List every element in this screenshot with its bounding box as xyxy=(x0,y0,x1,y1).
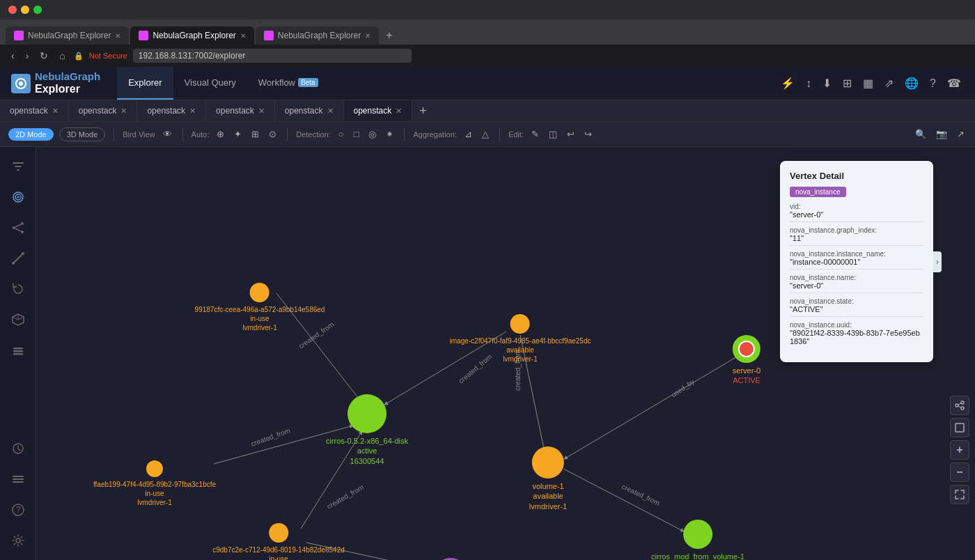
share-icon[interactable]: ⇗ xyxy=(882,74,896,93)
toolbar-separator-5 xyxy=(499,128,500,141)
auto-btn-2[interactable]: ✦ xyxy=(232,127,244,141)
node-green-right[interactable]: cirros_mod_from_volume-1active1073741824 xyxy=(651,520,744,560)
import-icon[interactable]: ↕ xyxy=(803,75,814,93)
new-tab-button[interactable]: + xyxy=(380,26,398,45)
node-orange-top[interactable]: 99187cfc-ceea-496a-a572-a9bb14e586edin-u… xyxy=(195,283,325,332)
undo-btn[interactable]: ↩ xyxy=(565,127,577,141)
rt-graph-btn[interactable] xyxy=(950,396,969,415)
screenshot-icon[interactable]: 📷 xyxy=(934,127,949,141)
traffic-lights xyxy=(8,6,42,14)
content-tab-3[interactable]: openstack ✕ xyxy=(137,100,206,121)
detail-row-vid: vid: "server-0" xyxy=(790,203,923,222)
content-tab-5[interactable]: openstack ✕ xyxy=(275,100,344,121)
logo-text: NebulaGraph Explorer xyxy=(35,71,100,95)
maximize-window-btn[interactable] xyxy=(33,6,42,14)
help-icon[interactable]: ? xyxy=(927,75,939,93)
phone-icon[interactable]: ☎ xyxy=(944,74,964,93)
search-icon[interactable]: 🔍 xyxy=(913,127,928,141)
sidebar-icon-layers[interactable] xyxy=(4,336,32,364)
node-orange-bottom[interactable]: c9db7c2e-c712-49d6-8019-14b82de8542din-u… xyxy=(212,523,345,560)
node-orange-mid-left[interactable]: ffaeb199-47f4-4d95-89b2-97fba3c1bcfein-u… xyxy=(93,460,216,507)
aggr-btn-2[interactable]: △ xyxy=(480,127,491,141)
mode-3d-button[interactable]: 3D Mode xyxy=(59,127,106,141)
sidebar-icon-line[interactable] xyxy=(4,244,32,272)
sidebar-icon-share[interactable] xyxy=(4,214,32,242)
sidebar-icon-history[interactable] xyxy=(4,435,32,462)
refresh-button[interactable]: ↻ xyxy=(37,49,51,63)
detect-btn-2[interactable]: □ xyxy=(352,127,361,141)
content-tab-label-1: openstack xyxy=(10,106,48,116)
edit-btn-1[interactable]: ✎ xyxy=(529,127,541,141)
rt-zoom-in-btn[interactable]: + xyxy=(950,440,969,460)
browser-tab-close-3[interactable]: ✕ xyxy=(365,32,370,40)
minimize-window-btn[interactable] xyxy=(21,6,29,14)
content-tab-close-3[interactable]: ✕ xyxy=(189,107,196,116)
sidebar-icon-cube[interactable] xyxy=(4,306,32,334)
node-orange-top-right[interactable]: image-c2f047f0-faf9-4985-ae4f-bbccf9ae25… xyxy=(450,314,591,364)
node-green-center[interactable]: cirros-0.5.2-x86_64-diskactive16300544 xyxy=(326,394,408,466)
node-label-orange-top-right: image-c2f047f0-faf9-4985-ae4f-bbccf9ae25… xyxy=(450,336,591,364)
sidebar-icon-list[interactable] xyxy=(4,465,32,493)
browser-tab-2[interactable]: NebulaGraph Explorer ✕ xyxy=(130,26,254,45)
globe-icon[interactable]: 🌐 xyxy=(902,74,921,93)
nav-tab-explorer[interactable]: Explorer xyxy=(117,67,173,100)
content-tab-close-4[interactable]: ✕ xyxy=(258,107,265,116)
edit-btn-2[interactable]: ◫ xyxy=(547,127,559,141)
detail-panel-badge[interactable]: nova_instance xyxy=(790,187,846,197)
address-input[interactable] xyxy=(133,49,412,63)
content-tab-close-5[interactable]: ✕ xyxy=(327,107,334,116)
auto-btn-4[interactable]: ⊙ xyxy=(267,127,279,141)
detail-val-state: "ACTIVE" xyxy=(790,305,923,313)
svg-point-46 xyxy=(956,404,958,407)
graph-area[interactable]: created_from created_from created_from c… xyxy=(36,147,975,560)
sidebar-icon-filter[interactable] xyxy=(4,153,32,180)
download-icon[interactable]: ⬇ xyxy=(820,74,834,93)
browser-tab-3[interactable]: NebulaGraph Explorer ✕ xyxy=(256,26,379,45)
node-orange-center-right[interactable]: volume-1availablelvmdriver-1 xyxy=(529,446,567,511)
nav-tab-visual-query[interactable]: Visual Query xyxy=(173,67,247,100)
rt-fit-btn[interactable] xyxy=(950,485,969,504)
rt-zoom-out-btn[interactable]: − xyxy=(950,462,969,482)
sidebar-icon-settings[interactable] xyxy=(4,527,32,554)
auto-btn-3[interactable]: ⊞ xyxy=(249,127,261,141)
grid-icon[interactable]: ⊞ xyxy=(840,74,855,93)
export-icon[interactable]: ↗ xyxy=(955,127,967,141)
content-tab-4[interactable]: openstack ✕ xyxy=(206,100,275,121)
logo-area: NebulaGraph Explorer xyxy=(11,71,100,95)
content-tab-close-2[interactable]: ✕ xyxy=(120,107,127,116)
browser-tab-close-2[interactable]: ✕ xyxy=(240,32,246,40)
close-window-btn[interactable] xyxy=(8,6,17,14)
toolbar-separator-1 xyxy=(114,128,114,141)
detail-panel-collapse[interactable]: › xyxy=(933,251,942,272)
detail-key-instance-name: nova_instance.instance_name: xyxy=(790,250,923,258)
aggr-btn-1[interactable]: ⊿ xyxy=(462,127,474,141)
rt-expand-btn[interactable] xyxy=(950,418,969,437)
content-tab-2[interactable]: openstack ✕ xyxy=(69,100,138,121)
table-icon[interactable]: ▦ xyxy=(860,74,876,93)
home-button[interactable]: ⌂ xyxy=(56,49,68,63)
schema-icon[interactable]: ⚡ xyxy=(778,74,797,93)
content-tab-6[interactable]: openstack ✕ xyxy=(344,100,413,121)
bird-view-toggle[interactable]: 👁 xyxy=(161,127,174,141)
sidebar-icon-target[interactable] xyxy=(4,183,32,211)
auto-btn-1[interactable]: ⊕ xyxy=(214,127,226,141)
detect-btn-1[interactable]: ○ xyxy=(336,127,346,141)
mode-2d-button[interactable]: 2D Mode xyxy=(8,128,54,141)
content-tab-close-6[interactable]: ✕ xyxy=(396,107,402,116)
sidebar-icon-help[interactable]: ? xyxy=(4,496,32,524)
browser-tab-1[interactable]: NebulaGraph Explorer ✕ xyxy=(6,26,129,45)
detail-key-vid: vid: xyxy=(790,203,923,210)
node-server[interactable]: server-0ACTIVE xyxy=(733,335,760,386)
sidebar-icon-refresh[interactable] xyxy=(4,275,32,303)
content-tab-1[interactable]: openstack ✕ xyxy=(0,100,69,121)
detect-btn-3[interactable]: ◎ xyxy=(366,127,378,141)
forward-button[interactable]: › xyxy=(23,49,32,63)
redo-btn[interactable]: ↪ xyxy=(582,127,594,141)
detail-row-name: nova_instance.name: "server-0" xyxy=(790,274,923,293)
browser-tab-close-1[interactable]: ✕ xyxy=(115,32,120,40)
content-tab-close-1[interactable]: ✕ xyxy=(52,107,58,116)
nav-tab-workflow[interactable]: Workflow Beta xyxy=(247,67,329,100)
back-button[interactable]: ‹ xyxy=(8,49,17,63)
detect-btn-4[interactable]: ⁕ xyxy=(384,127,396,141)
content-tab-add[interactable]: + xyxy=(412,101,434,121)
